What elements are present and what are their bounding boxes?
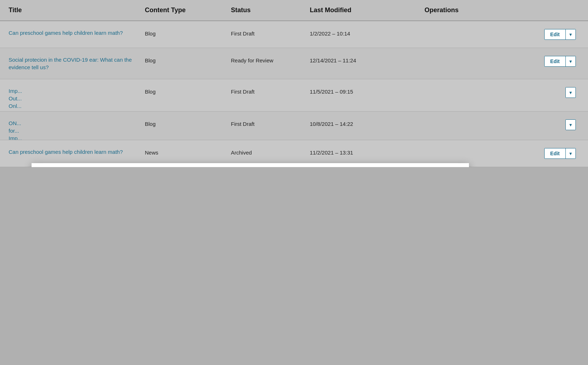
cell-status-3: First Draft	[231, 87, 310, 95]
cell-last-modified-3: 11/5/2021 – 09:15	[310, 87, 425, 95]
edit-button-1[interactable]: Edit	[545, 29, 566, 39]
edit-dropdown-5[interactable]: ▾	[566, 148, 575, 158]
edit-button-2[interactable]: Edit	[545, 56, 566, 66]
cell-content-type-4: Blog	[145, 119, 231, 128]
edit-dropdown-2[interactable]: ▾	[566, 56, 575, 66]
cell-content-type-5: News	[145, 148, 231, 156]
cell-status-5: Archived	[231, 148, 310, 156]
cell-last-modified-2: 12/14/2021 – 11:24	[310, 56, 425, 64]
cell-content-type-1: Blog	[145, 29, 231, 37]
edit-button-group-1[interactable]: Edit ▾	[544, 29, 576, 40]
cell-last-modified-4: 10/8/2021 – 14:22	[310, 119, 425, 128]
cell-title-2[interactable]: Social protecion in the COVID-19 ear: Wh…	[9, 56, 145, 71]
edit-button-group-4[interactable]: ▾	[565, 119, 576, 130]
edit-button-5[interactable]: Edit	[545, 148, 566, 158]
content-table: Title Content Type Status Last Modified …	[0, 0, 588, 167]
table-row: Imp...Out...Onl...Sch...Ital... Blog Fir…	[0, 79, 588, 112]
cell-title-5[interactable]: Can preschool games help children learn …	[9, 148, 145, 156]
edit-dropdown-1[interactable]: ▾	[566, 29, 575, 39]
cell-operations-4: ▾	[425, 119, 579, 130]
col-header-last-modified: Last Modified	[310, 6, 425, 14]
cell-title-1[interactable]: Can preschool games help children learn …	[9, 29, 145, 37]
edit-button-group-2[interactable]: Edit ▾	[544, 56, 576, 67]
cell-status-1: First Draft	[231, 29, 310, 37]
cell-last-modified-5: 11/2/2021 – 13:31	[310, 148, 425, 156]
cell-last-modified-1: 1/2/2022 – 10:14	[310, 29, 425, 37]
col-header-status: Status	[231, 6, 310, 14]
table-row: Can preschool games help children learn …	[0, 21, 588, 48]
cell-title-3[interactable]: Imp...Out...Onl...Sch...Ital...	[9, 87, 145, 112]
edit-dropdown-4[interactable]: ▾	[566, 120, 575, 130]
modal-body: LANGUAGE English French Spanish ▾ CURREN…	[32, 163, 469, 167]
cell-operations-3: ▾	[425, 87, 579, 98]
table-header: Title Content Type Status Last Modified …	[0, 0, 588, 21]
cell-status-4: First Draft	[231, 119, 310, 128]
cell-operations-1: Edit ▾	[425, 29, 579, 40]
table-row: ON...for...Imp...atte... Blog First Draf…	[0, 112, 588, 140]
cell-content-type-2: Blog	[145, 56, 231, 64]
cell-status-2: Ready for Review	[231, 56, 310, 64]
edit-dropdown-3[interactable]: ▾	[566, 87, 575, 98]
col-header-content-type: Content Type	[145, 6, 231, 14]
cell-operations-2: Edit ▾	[425, 56, 579, 67]
cell-operations-5: Edit ▾	[425, 148, 579, 159]
table-row: Social protecion in the COVID-19 ear: Wh…	[0, 48, 588, 79]
cell-title-4[interactable]: ON...for...Imp...atte...	[9, 119, 145, 140]
modal-overlay: LANGUAGE English French Spanish ▾ CURREN…	[32, 163, 469, 167]
col-header-title: Title	[9, 6, 145, 14]
col-header-operations: Operations	[425, 6, 579, 14]
edit-button-group-5[interactable]: Edit ▾	[544, 148, 576, 159]
table-body: Can preschool games help children learn …	[0, 21, 588, 167]
edit-button-group-3[interactable]: ▾	[565, 87, 576, 98]
cell-content-type-3: Blog	[145, 87, 231, 95]
